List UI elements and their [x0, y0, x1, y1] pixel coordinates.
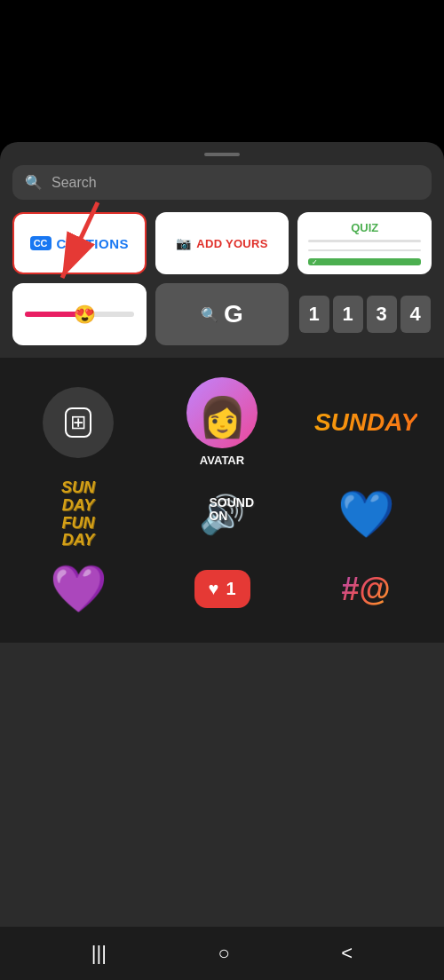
search-icon: 🔍 — [25, 174, 43, 191]
slider-track: 😍 — [25, 312, 134, 317]
like-box: ♥ 1 — [194, 570, 250, 608]
nav-menu-icon[interactable]: ||| — [91, 942, 107, 965]
top-black-area — [0, 0, 444, 142]
add-yours-sticker[interactable]: 📷 ADD YOURS — [155, 212, 289, 274]
gif-search-sticker[interactable]: 🔍 G — [155, 283, 289, 345]
num-block-1: 1 — [299, 296, 329, 333]
num-block-2: 1 — [333, 296, 363, 333]
quiz-line-green: ✓ — [308, 258, 421, 265]
add-button-circle[interactable]: ⊞ — [43, 387, 114, 458]
camera-icon: 📷 — [176, 236, 191, 250]
soundon-bg: 🔊 SOUNDON — [199, 493, 245, 536]
cc-icon: CC — [30, 236, 52, 250]
hashtag-tile[interactable]: #@ — [300, 562, 432, 616]
soundon-tile[interactable]: 🔊 SOUNDON — [156, 479, 288, 549]
bottom-row-3: 💜 ♥ 1 #@ — [12, 562, 432, 616]
avatar-tile[interactable]: 👩 AVATAR — [156, 377, 288, 467]
nav-back-icon[interactable]: < — [341, 942, 353, 965]
quiz-sticker[interactable]: QUIZ ✓ — [297, 212, 432, 274]
quiz-title: QUIZ — [308, 221, 421, 234]
sunfunday-tile[interactable]: SUNDAYFUNDAY — [12, 479, 144, 549]
like-count: 1 — [226, 579, 235, 599]
add-icon: ⊞ — [65, 407, 91, 438]
search-placeholder: Search — [52, 175, 97, 191]
captions-label: CAPTIONS — [57, 236, 130, 251]
nav-bar: ||| ○ < — [0, 927, 444, 980]
hashtag-text: #@ — [341, 571, 390, 608]
bottom-row-2: SUNDAYFUNDAY 🔊 SOUNDON 💙 — [12, 479, 432, 549]
quiz-line-2 — [308, 249, 421, 252]
sunfunday-text: SUNDAYFUNDAY — [61, 479, 95, 549]
num-block-4: 4 — [400, 296, 431, 333]
like-heart-icon: ♥ — [209, 579, 219, 599]
bottom-section: ⊞ 👩 AVATAR SUNDAY SUNDAYFUNDAY 🔊 — [0, 363, 444, 643]
num-block-3: 3 — [367, 296, 397, 333]
soundon-label: SOUNDON — [209, 496, 254, 524]
blue-heart-emoji: 💙 — [337, 487, 395, 541]
add-sticker-tile[interactable]: ⊞ — [12, 377, 144, 467]
slider-emoji: 😍 — [74, 304, 96, 325]
avatar-circle: 👩 — [186, 377, 258, 448]
purple-heart-tile[interactable]: 💜 — [12, 562, 144, 616]
purple-heart-emoji: 💜 — [50, 562, 107, 616]
gif-g-letter: G — [224, 300, 243, 328]
sunday-tile[interactable]: SUNDAY — [300, 377, 432, 467]
nav-home-icon[interactable]: ○ — [218, 942, 230, 965]
like-counter-tile[interactable]: ♥ 1 — [156, 562, 288, 616]
captions-sticker[interactable]: CC CAPTIONS — [12, 212, 147, 274]
drag-handle[interactable] — [204, 153, 240, 156]
sticker-picker-sheet: 🔍 Search CC CAPTIONS 📷 ADD YOURS QUIZ ✓ — [0, 142, 444, 980]
blue-heart-tile[interactable]: 💙 — [300, 479, 432, 549]
avatar-label: AVATAR — [200, 454, 244, 467]
gif-search-icon: 🔍 — [201, 306, 218, 323]
emoji-slider-sticker[interactable]: 😍 — [12, 283, 147, 345]
bottom-row-1: ⊞ 👩 AVATAR SUNDAY — [12, 377, 432, 467]
number-counter-sticker[interactable]: 1 1 3 4 — [297, 283, 432, 345]
sticker-grid: CC CAPTIONS 📷 ADD YOURS QUIZ ✓ 😍 🔍 — [0, 212, 444, 345]
quiz-check-icon: ✓ — [312, 258, 318, 266]
addyours-label: ADD YOURS — [196, 237, 267, 250]
search-bar[interactable]: 🔍 Search — [12, 165, 432, 200]
sunday-text: SUNDAY — [314, 408, 417, 437]
quiz-line-1 — [308, 240, 421, 242]
avatar-face: 👩 — [198, 394, 247, 440]
